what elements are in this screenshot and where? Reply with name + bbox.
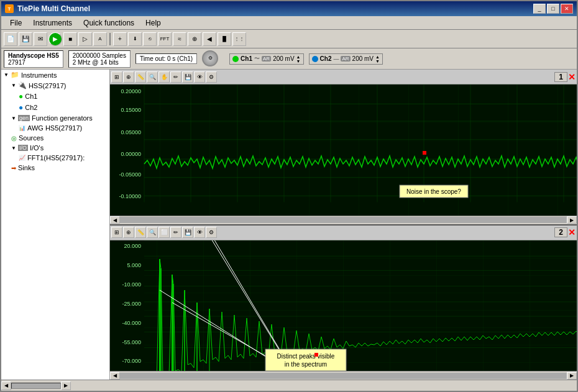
menu-file[interactable]: File [5, 17, 27, 29]
menu-quick-functions[interactable]: Quick functions [78, 17, 139, 29]
auto-button[interactable]: A [93, 32, 107, 46]
chart2-wrapper: ⊞ ⊕ 📏 🔍 ⬜ ✏ 💾 👁 ⚙ 2 ✕ [110, 226, 577, 380]
chart1-close-btn[interactable]: ✕ [568, 72, 576, 82]
device-icon: ⚙ [202, 50, 219, 68]
sidebar-scroll-left[interactable]: ◀ [1, 381, 11, 390]
chart1-scroll-thumb[interactable] [120, 217, 567, 223]
c2-config-btn[interactable]: ⚙ [206, 227, 217, 238]
chart1-scroll-left[interactable]: ◀ [110, 216, 120, 224]
c2-grid-btn[interactable]: ⊞ [111, 227, 122, 238]
save-button[interactable]: 💾 [19, 32, 32, 46]
email-button[interactable]: ✉ [34, 32, 47, 46]
c2-cursor-btn[interactable]: ⊕ [123, 227, 134, 238]
c1-eye-btn[interactable]: 👁 [194, 71, 205, 83]
chart2-scrollbar[interactable]: ◀ ▶ [110, 371, 577, 380]
c2-pen-btn[interactable]: ✏ [170, 227, 181, 238]
chart2-scroll-right[interactable]: ▶ [567, 372, 577, 380]
c2-zoom-btn[interactable]: 🔍 [147, 227, 158, 238]
ch1-ar-badge: AR [262, 56, 271, 62]
menu-help[interactable]: Help [140, 17, 166, 29]
single-button[interactable]: ▷ [78, 32, 92, 46]
c2-export-btn[interactable]: 💾 [182, 227, 193, 238]
sample-rate: 2 MHz @ 14 bits [73, 59, 126, 66]
sidebar-item-function-generators[interactable]: ▼ gen Function generators [1, 113, 109, 123]
c1-pan-btn[interactable]: ✋ [158, 71, 170, 83]
chart2-toolbar: ⊞ ⊕ 📏 🔍 ⬜ ✏ 💾 👁 ⚙ 2 ✕ [110, 226, 577, 240]
menu-instruments[interactable]: Instruments [28, 17, 77, 29]
svg-rect-38 [144, 240, 577, 371]
c2-pan-btn[interactable]: ⬜ [158, 227, 170, 238]
chart2-display: 20.000 5.000 -10.000 -25.000 -40.000 -55… [110, 240, 577, 371]
chart1-toolbar: ⊞ ⊕ 📏 🔍 ✋ ✏ 💾 👁 ⚙ 1 ✕ [110, 70, 577, 84]
tool5[interactable]: ⊕ [188, 32, 201, 46]
c1-config-btn[interactable]: ⚙ [206, 71, 217, 83]
hss-expand-icon: ▼ [11, 83, 16, 88]
c1-grid-btn[interactable]: ⊞ [111, 71, 122, 83]
sidebar-item-ch2[interactable]: ● Ch2 [1, 102, 109, 113]
ios-label: I/O's [30, 144, 44, 152]
chart1-scroll-right[interactable]: ▶ [567, 216, 577, 224]
fg-expand-icon: ▼ [11, 116, 16, 121]
chart1-tooltip-text: Noise in the scope? [406, 188, 461, 195]
c1-export-btn[interactable]: 💾 [182, 71, 193, 83]
svg-text:-40.000: -40.000 [122, 320, 141, 326]
ch1-voltage: 200 mV [273, 55, 294, 62]
svg-text:20.000: 20.000 [124, 243, 141, 249]
sidebar-item-ios[interactable]: ▼ I/O I/O's [1, 143, 109, 153]
svg-text:Distinct peaks visible: Distinct peaks visible [277, 353, 335, 360]
ch2-label: Ch2 [320, 55, 332, 62]
sinks-label: Sinks [18, 164, 35, 171]
ch1-arrows[interactable]: ▲▼ [296, 55, 301, 63]
sinks-icon: ➡ [11, 165, 16, 171]
ch1-control: Ch1 〜 AR 200 mV ▲▼ [229, 53, 303, 65]
new-button[interactable]: 📄 [4, 32, 17, 46]
c1-measure-btn[interactable]: 📏 [135, 71, 146, 83]
chart1-number: 1 [554, 72, 567, 82]
sidebar-item-sources[interactable]: ◎ Sources [1, 133, 109, 143]
sample-info: 20000000 Samples 2 MHz @ 14 bits [68, 50, 131, 68]
tool2[interactable]: ⎋ [143, 32, 157, 46]
title-bar-left: T TiePie Multi Channel [5, 4, 90, 13]
tool7[interactable]: ▐▌ [218, 32, 231, 46]
instruments-folder-icon: 📁 [11, 71, 19, 79]
close-button[interactable]: ✕ [561, 4, 573, 14]
ch2-arrows[interactable]: ▲▼ [375, 55, 380, 63]
c1-pen-btn[interactable]: ✏ [170, 71, 181, 83]
chart2-close-btn[interactable]: ✕ [568, 227, 576, 237]
sidebar-item-hss[interactable]: ▼ 🔌 HSS(27917) [1, 80, 109, 91]
chart1-display: 0.20000 0.15000 0.05000 0.00000 -0.05000… [110, 84, 577, 216]
chart1-scrollbar[interactable]: ◀ ▶ [110, 216, 577, 224]
tool4[interactable]: ≈ [173, 32, 186, 46]
tool1[interactable]: ⬇ [128, 32, 142, 46]
ch2-dot [312, 56, 318, 62]
sidebar-item-instruments[interactable]: ▼ 📁 Instruments [1, 70, 109, 80]
sidebar: ▼ 📁 Instruments ▼ 🔌 HSS(27917) ● Ch1 ● C… [1, 70, 110, 380]
svg-text:-10.000: -10.000 [122, 281, 141, 288]
minimize-button[interactable]: _ [533, 4, 546, 14]
sidebar-item-fft1[interactable]: 📈 FFT1(HS5(27917): [1, 153, 109, 163]
maximize-button[interactable]: □ [547, 4, 559, 14]
tool3[interactable]: FFT [158, 32, 172, 46]
ios-icon: I/O [18, 145, 28, 151]
chart2-scroll-left[interactable]: ◀ [110, 372, 120, 380]
sidebar-item-awg[interactable]: 📊 AWG HS5(27917) [1, 123, 109, 133]
sidebar-scroll-right[interactable]: ▶ [61, 381, 71, 390]
add-button[interactable]: + [113, 32, 127, 46]
main-content: ▼ 📁 Instruments ▼ 🔌 HSS(27917) ● Ch1 ● C… [1, 70, 577, 380]
tool8[interactable]: ⋮⋮ [232, 32, 246, 46]
c2-eye-btn[interactable]: 👁 [194, 227, 205, 238]
sidebar-scroll-thumb[interactable] [11, 383, 61, 389]
awg-label: AWG HS5(27917) [27, 124, 82, 132]
sidebar-item-sinks[interactable]: ➡ Sinks [1, 163, 109, 173]
sidebar-item-ch1[interactable]: ● Ch1 [1, 91, 109, 102]
stop-button[interactable]: ■ [63, 32, 77, 46]
awg-icon: 📊 [19, 125, 25, 131]
run-button[interactable]: ▶ [48, 32, 62, 46]
c1-zoom-btn[interactable]: 🔍 [147, 71, 158, 83]
chart2-scroll-thumb[interactable] [120, 373, 567, 379]
c1-cursor-btn[interactable]: ⊕ [123, 71, 134, 83]
chart1-svg: 0.20000 0.15000 0.05000 0.00000 -0.05000… [110, 84, 577, 216]
sources-icon: ◎ [11, 135, 17, 142]
tool6[interactable]: ◀ [203, 32, 216, 46]
c2-measure-btn[interactable]: 📏 [135, 227, 146, 238]
